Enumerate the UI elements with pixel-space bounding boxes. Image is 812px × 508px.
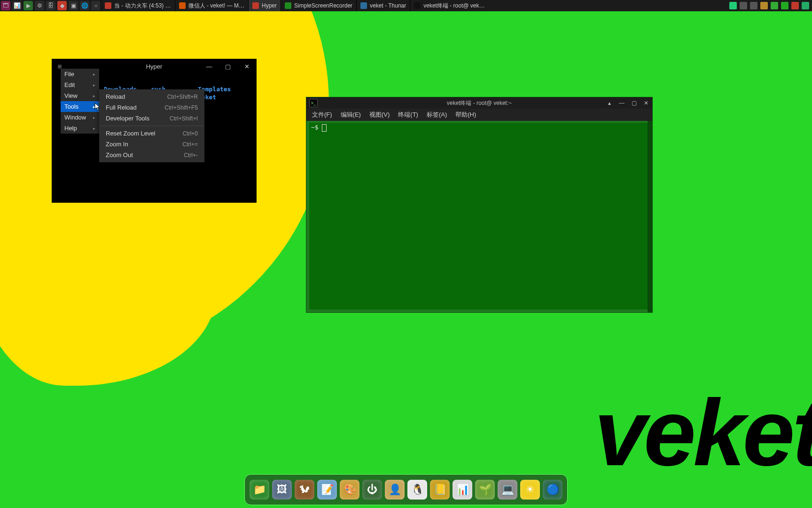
tools-full-reload[interactable]: Full ReloadCtrl+Shift+F5 [99, 102, 204, 113]
close-button[interactable]: ✕ [237, 59, 256, 74]
wallpaper-brand-text: veket [594, 386, 812, 480]
vmenu-view[interactable]: 视图(V) [369, 111, 390, 119]
dock-mypaint[interactable]: 🖼 [272, 480, 292, 500]
maximize-button[interactable]: ▢ [219, 59, 237, 74]
shortcut-label: Ctrl+Shift+R [167, 94, 198, 100]
window-switch-icon[interactable] [740, 2, 747, 9]
vmenu-terminal[interactable]: 终端(T) [398, 111, 418, 119]
scrollbar[interactable] [648, 121, 652, 312]
vterm-title: veket终端 - root@ veket:~ [306, 99, 652, 107]
menu-label: Window [64, 112, 86, 123]
clipboard-icon[interactable] [760, 2, 768, 9]
dock: 📁🖼🐿📝🎨⏻👤🐧📒📊🌱💻☀🔵 [244, 474, 568, 505]
ruby-icon[interactable]: ◆ [57, 1, 67, 10]
task-browser[interactable]: 微信人 - veket! — M… [175, 0, 248, 11]
task-label: veket终端 - root@ vek… [423, 0, 484, 11]
task-thunar[interactable]: veket - Thunar [356, 0, 410, 11]
submenu-label: Zoom In [106, 141, 128, 147]
vterm-menubar: 文件(F)编辑(E)视图(V)终端(T)标签(A)帮助(H) [306, 109, 652, 121]
chevron-right-icon: ▸ [93, 79, 95, 91]
browser-icon[interactable]: 🌐 [80, 1, 89, 10]
menu-window[interactable]: Window▸ [61, 112, 99, 123]
menu-tools[interactable]: Tools▸ [61, 101, 99, 112]
dock-tux[interactable]: 🐧 [407, 480, 427, 500]
dock-palette[interactable]: 🎨 [340, 480, 359, 500]
gear-icon[interactable]: ⚙ [35, 1, 44, 10]
vterm-titlebar[interactable]: >_ veket终端 - root@ veket:~ ▴ — ▢ ✕ [306, 97, 652, 109]
dock-power[interactable]: ⏻ [362, 480, 382, 500]
vterm-prompt: ~$ [311, 124, 322, 131]
minimize-button[interactable]: — [200, 59, 219, 74]
task-ssr[interactable]: SimpleScreenRecorder [281, 0, 356, 11]
player-icon[interactable]: ▶ [23, 1, 33, 10]
cpu-icon[interactable] [781, 2, 789, 9]
task-label: veket - Thunar [370, 0, 406, 11]
vterm-body[interactable]: ~$ [309, 123, 649, 310]
tools-zoom-in[interactable]: Zoom InCtrl+= [99, 139, 204, 150]
task-label: 微信人 - veket! — M… [188, 0, 244, 11]
task-label: Hyper [262, 0, 277, 11]
shortcut-label: Ctrl+Shift+F5 [164, 105, 198, 111]
chevron-right-icon: ▸ [93, 112, 95, 123]
dock-gnumeric[interactable]: 📊 [453, 480, 472, 500]
task-icon [105, 2, 111, 9]
hyper-tools-submenu: ReloadCtrl+Shift+RFull ReloadCtrl+Shift+… [99, 89, 204, 162]
app-menu-icon[interactable]: 🗔 [1, 1, 10, 10]
menu-edit[interactable]: Edit▸ [61, 79, 99, 90]
tools-devtools[interactable]: Developer ToolsCtrl+Shift+I [99, 113, 204, 124]
dot-icon[interactable]: ○ [91, 1, 101, 10]
menu-help[interactable]: Help▸ [61, 123, 99, 134]
shade-button[interactable]: ▴ [603, 97, 616, 109]
dock-notes[interactable]: 📝 [317, 480, 337, 500]
desktops-icon[interactable] [750, 2, 757, 9]
task-icon [252, 2, 259, 9]
submenu-label: Reload [106, 94, 125, 100]
dock-laptop[interactable]: 💻 [498, 480, 517, 500]
shortcut-label: Ctrl+0 [183, 131, 198, 136]
chevron-right-icon: ▸ [93, 123, 95, 134]
task-icon [285, 2, 291, 9]
menu-file[interactable]: File▸ [61, 69, 99, 79]
maximize-button[interactable]: ▢ [628, 97, 640, 109]
record-icon[interactable] [791, 2, 799, 9]
task-icon [179, 2, 186, 9]
dock-user[interactable]: 👤 [385, 480, 405, 500]
dock-squirrel[interactable]: 🐿 [295, 480, 314, 500]
tools-reload[interactable]: ReloadCtrl+Shift+R [99, 91, 204, 102]
task-label: SimpleScreenRecorder [294, 0, 352, 11]
menu-view[interactable]: View▸ [61, 90, 99, 101]
close-button[interactable]: ✕ [640, 97, 652, 109]
keyboard-icon[interactable] [729, 2, 737, 9]
dock-dictionary[interactable]: 📒 [430, 480, 450, 500]
terminal-icon: >_ [309, 99, 318, 107]
task-music[interactable]: 当 - 动力火车 (4:53) … [101, 0, 175, 11]
status-icon[interactable] [771, 2, 778, 9]
vmenu-file[interactable]: 文件(F) [312, 111, 332, 119]
shortcut-label: Ctrl+Shift+I [170, 116, 198, 121]
vmenu-edit[interactable]: 编辑(E) [341, 111, 361, 119]
monitor-icon[interactable]: 📊 [12, 1, 22, 10]
dock-sphere[interactable]: 🔵 [543, 480, 562, 500]
dock-files[interactable]: 📁 [250, 480, 269, 500]
shortcut-label: Ctrl+- [184, 152, 198, 158]
dock-seed[interactable]: 🌱 [475, 480, 495, 500]
files-icon[interactable]: 🗄 [46, 1, 55, 10]
task-label: 当 - 动力火车 (4:53) … [114, 0, 171, 11]
grid-icon[interactable] [802, 2, 809, 9]
submenu-label: Reset Zoom Level [106, 130, 156, 136]
menu-label: View [64, 90, 78, 102]
task-terminal[interactable]: veket终端 - root@ vek… [410, 0, 488, 11]
vmenu-tabs[interactable]: 标签(A) [427, 111, 447, 119]
wemeet-icon[interactable]: ▣ [69, 1, 78, 10]
tools-reset-zoom[interactable]: Reset Zoom LevelCtrl+0 [99, 128, 204, 139]
chevron-right-icon: ▸ [93, 101, 95, 112]
menu-label: Edit [64, 79, 75, 91]
tools-zoom-out[interactable]: Zoom OutCtrl+- [99, 150, 204, 160]
minimize-button[interactable]: — [616, 97, 628, 109]
dock-sun[interactable]: ☀ [520, 480, 540, 500]
vmenu-help[interactable]: 帮助(H) [455, 111, 476, 119]
task-hyper[interactable]: Hyper [248, 0, 281, 11]
submenu-label: Developer Tools [106, 115, 149, 121]
ls-entry: veket [198, 93, 245, 101]
chevron-right-icon: ▸ [93, 90, 95, 102]
